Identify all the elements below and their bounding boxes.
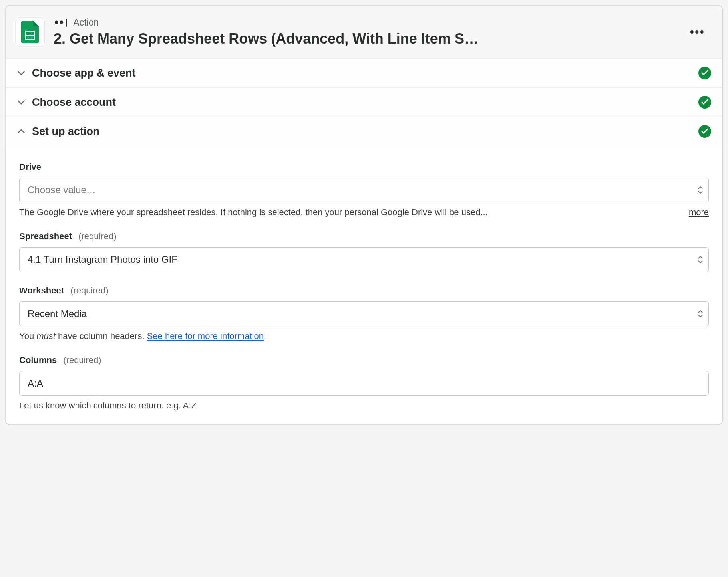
step-title: 2. Get Many Spreadsheet Rows (Advanced, …	[54, 30, 677, 47]
worksheet-select-value: Recent Media	[28, 308, 87, 319]
drive-label: Drive	[19, 162, 709, 172]
panel-header: ∙∙❘ Action 2. Get Many Spreadsheet Rows …	[6, 6, 722, 59]
spreadsheet-select[interactable]: 4.1 Turn Instagram Photos into GIF	[19, 247, 709, 272]
section-label: Choose app & event	[32, 67, 692, 79]
action-glyph-icon: ∙∙❘	[54, 17, 68, 28]
step-kicker: ∙∙❘ Action	[54, 17, 677, 28]
spreadsheet-select-value: 4.1 Turn Instagram Photos into GIF	[28, 254, 177, 265]
worksheet-label: Worksheet (required)	[19, 286, 709, 296]
field-worksheet: Worksheet (required) Recent Media You mu…	[19, 286, 709, 341]
sheets-icon	[21, 21, 39, 43]
field-drive: Drive Choose value… The Google Drive whe…	[19, 162, 709, 218]
app-icon-google-sheets	[15, 17, 45, 47]
status-complete-icon	[698, 125, 711, 138]
kicker-label: Action	[73, 17, 99, 28]
chevron-down-icon	[17, 69, 26, 77]
section-choose-account[interactable]: Choose account	[6, 88, 722, 117]
required-hint: (required)	[63, 355, 101, 365]
field-columns: Columns (required) Let us know which col…	[19, 355, 709, 411]
columns-help-text: Let us know which columns to return. e.g…	[19, 401, 709, 411]
drive-select-placeholder: Choose value…	[28, 184, 96, 195]
drive-help-text: The Google Drive where your spreadsheet …	[19, 207, 683, 218]
spreadsheet-label: Spreadsheet (required)	[19, 231, 709, 242]
status-complete-icon	[698, 96, 711, 109]
select-stepper-icon	[698, 310, 703, 317]
columns-label: Columns (required)	[19, 355, 709, 365]
worksheet-help-link[interactable]: See here for more information	[147, 331, 264, 341]
chevron-up-icon	[17, 127, 26, 136]
drive-help-more-link[interactable]: more	[689, 207, 709, 218]
section-label: Set up action	[32, 125, 692, 138]
section-set-up-action[interactable]: Set up action	[6, 117, 722, 146]
required-hint: (required)	[78, 231, 116, 241]
status-complete-icon	[698, 67, 711, 79]
select-stepper-icon	[698, 186, 703, 194]
select-stepper-icon	[698, 256, 703, 263]
header-titles: ∙∙❘ Action 2. Get Many Spreadsheet Rows …	[54, 17, 677, 47]
drive-select[interactable]: Choose value…	[19, 178, 709, 202]
columns-input[interactable]	[19, 371, 709, 396]
section-label: Choose account	[32, 96, 692, 109]
field-spreadsheet: Spreadsheet (required) 4.1 Turn Instagra…	[19, 231, 709, 272]
worksheet-help-text: You must have column headers. See here f…	[19, 331, 709, 341]
more-menu-button[interactable]: •••	[686, 22, 709, 42]
setup-action-form: Drive Choose value… The Google Drive whe…	[6, 146, 722, 424]
section-choose-app-event[interactable]: Choose app & event	[6, 59, 722, 88]
worksheet-select[interactable]: Recent Media	[19, 301, 709, 326]
required-hint: (required)	[70, 286, 108, 295]
action-panel: ∙∙❘ Action 2. Get Many Spreadsheet Rows …	[5, 5, 723, 425]
chevron-down-icon	[17, 98, 26, 107]
